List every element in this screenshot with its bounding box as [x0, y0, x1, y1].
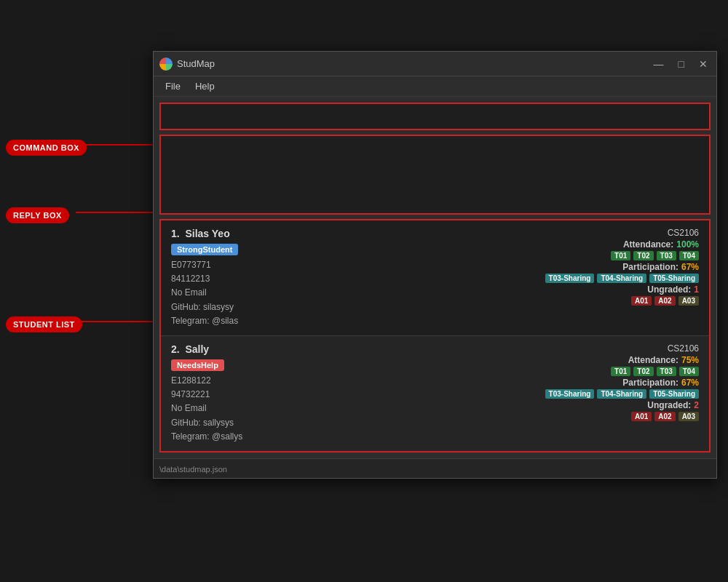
- menu-file[interactable]: File: [159, 79, 186, 94]
- status-path: \data\studmap.json: [159, 465, 227, 474]
- menu-help[interactable]: Help: [189, 79, 221, 94]
- app-icon: [159, 57, 173, 71]
- title-bar: StudMap — □ ✕: [154, 52, 716, 76]
- command-box-annotation: COMMAND BOX: [6, 140, 87, 156]
- student-module-1: CS2106: [510, 228, 699, 238]
- student-detail-1: E0773771 84112213 No Email GitHub: silas…: [171, 258, 510, 328]
- student-module-2: CS2106: [510, 343, 699, 354]
- student-arrow: [76, 321, 156, 322]
- title-bar-controls: — □ ✕: [651, 57, 711, 71]
- ungraded-tags-1: A01 A02 A03: [510, 296, 699, 306]
- command-box: [159, 103, 711, 130]
- student-left-2: 2. Sally NeedsHelp E1288122 94732221 No …: [171, 343, 510, 444]
- student-detail-2: E1288122 94732221 No Email GitHub: sally…: [171, 374, 510, 444]
- app-window: StudMap — □ ✕ File Help: [153, 51, 717, 479]
- menu-bar: File Help: [154, 76, 716, 97]
- student-name-1: 1. Silas Yeo: [171, 228, 510, 239]
- participation-tags-1: T03-Sharing T04-Sharing T05-Sharing: [510, 274, 699, 283]
- minimize-button[interactable]: —: [651, 57, 667, 71]
- reply-arrow: [76, 212, 156, 213]
- ungraded-row-2: Ungraded: 2: [510, 400, 699, 410]
- student-right-2: CS2106 Attendance: 75% T01 T02 T03 T04: [510, 343, 699, 423]
- student-name-2: 2. Sally: [171, 343, 510, 355]
- participation-tags-2: T03-Sharing T04-Sharing T05-Sharing: [510, 389, 699, 399]
- app-title: StudMap: [177, 58, 215, 69]
- maximize-button[interactable]: □: [676, 57, 687, 71]
- student-left-1: 1. Silas Yeo StrongStudent E0773771 8411…: [171, 228, 510, 328]
- student-tag-2: NeedsHelp: [171, 359, 224, 371]
- title-bar-left: StudMap: [159, 57, 215, 71]
- attendance-tags-1: T01 T02 T03 T04: [510, 251, 699, 260]
- attendance-row-2: Attendance: 75%: [510, 355, 699, 365]
- page-wrapper: COMMAND BOX REPLY BOX STUDENT LIST StudM…: [0, 0, 728, 582]
- ungraded-row-1: Ungraded: 1: [510, 284, 699, 295]
- student-list: 1. Silas Yeo StrongStudent E0773771 8411…: [159, 219, 711, 453]
- student-card-1: 1. Silas Yeo StrongStudent E0773771 8411…: [161, 220, 709, 336]
- student-tag-1: StrongStudent: [171, 244, 238, 255]
- command-arrow: [76, 144, 156, 146]
- participation-row-2: Participation: 67%: [510, 378, 699, 388]
- participation-row-1: Participation: 67%: [510, 262, 699, 272]
- command-input[interactable]: [167, 111, 703, 122]
- status-bar: \data\studmap.json: [154, 458, 716, 478]
- student-right-1: CS2106 Attendance: 100% T01 T02 T03 T04: [510, 228, 699, 307]
- student-list-annotation: STUDENT LIST: [6, 316, 82, 332]
- close-button[interactable]: ✕: [696, 57, 711, 71]
- student-card-2: 2. Sally NeedsHelp E1288122 94732221 No …: [161, 336, 709, 451]
- reply-box-annotation: REPLY BOX: [6, 207, 69, 223]
- ungraded-tags-2: A01 A02 A03: [510, 412, 699, 421]
- reply-box: [159, 135, 711, 215]
- attendance-tags-2: T01 T02 T03 T04: [510, 367, 699, 376]
- attendance-row-1: Attendance: 100%: [510, 239, 699, 250]
- main-content: 1. Silas Yeo StrongStudent E0773771 8411…: [154, 97, 716, 458]
